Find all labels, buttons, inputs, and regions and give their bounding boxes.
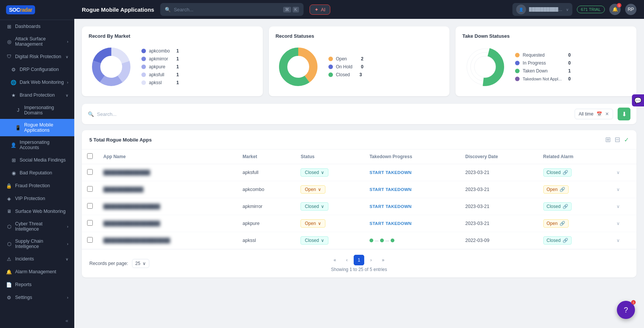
sidebar-item-digital-risk[interactable]: 🛡 Digital Risk Protection ∨ [0,50,74,63]
sidebar-item-vip-protection[interactable]: ◈ VIP Protection [0,192,74,205]
alarm-closed-badge-3[interactable]: Closed 🔗 [543,202,572,211]
sidebar-item-alarm-mgmt[interactable]: 🔔 Alarm Management [0,265,74,278]
row-3-takedown[interactable]: START TAKEDOWN [364,198,460,215]
sidebar-item-drp-config[interactable]: ⚙ DRP Configuration [0,63,74,76]
row-4-checkbox-cell[interactable] [82,215,98,232]
row-1-alarm[interactable]: Closed 🔗 [538,164,612,181]
export-button[interactable]: ⬇ [618,108,630,120]
page-1-button[interactable]: 1 [354,255,364,265]
row-4-alarm[interactable]: Open 🔗 [538,215,612,232]
expand-icon-4[interactable]: ∨ [616,221,620,226]
last-page-button[interactable]: » [378,255,388,265]
first-page-button[interactable]: « [330,255,340,265]
row-4-takedown[interactable]: START TAKEDOWN [364,215,460,232]
sidebar-item-settings[interactable]: ⚙ Settings › [0,291,74,304]
sidebar-item-attack-surface[interactable]: ◎ Attack Surface Management › [0,33,74,50]
notifications-button[interactable]: 1 🔔 [609,4,621,15]
row-5-alarm[interactable]: Closed 🔗 [538,232,612,249]
status-closed-badge-3[interactable]: Closed ∨ [301,202,328,211]
grid-view-button[interactable]: ⊞ [605,136,611,144]
chat-fab-button[interactable]: 1 ? [617,301,635,319]
row-3-checkbox-cell[interactable] [82,198,98,215]
row-2-status[interactable]: Open ∨ [295,181,364,198]
row-1-checkbox[interactable] [87,169,93,175]
start-takedown-link-4[interactable]: START TAKEDOWN [370,221,412,226]
user-menu-button[interactable]: RP [625,4,636,15]
sidebar-item-dark-web[interactable]: 🌐 Dark Web Monitoring › [0,76,74,89]
sidebar-item-incidents[interactable]: ⚠ Incidents ∨ [0,253,74,265]
table-search-input[interactable] [97,111,570,117]
start-takedown-link-1[interactable]: START TAKEDOWN [370,170,412,175]
sidebar-item-supply-chain[interactable]: ⬡ Supply Chain Intelligence › [0,235,74,253]
start-takedown-link-2[interactable]: START TAKEDOWN [370,187,412,192]
search-input[interactable] [174,7,280,12]
expand-icon-2[interactable]: ∨ [616,187,620,192]
sidebar-item-impersonating-accounts[interactable]: 👤 Impersonating Accounts [0,136,74,154]
row-4-expand[interactable]: ∨ [611,215,636,232]
row-2-alarm[interactable]: Open 🔗 [538,181,612,198]
sidebar-item-impersonating-domains[interactable]: J Impersonating Domains [0,102,74,119]
list-view-button[interactable]: ⊟ [615,136,620,144]
status-closed-badge[interactable]: Closed ∨ [301,168,328,177]
chevron-down-icon: ∨ [66,55,68,59]
row-5-checkbox-cell[interactable] [82,232,98,249]
status-open-badge-4[interactable]: Open ∨ [301,219,325,228]
sidebar-item-fraud-protection[interactable]: 🔒 Fraud Protection [0,179,74,192]
check-view-button[interactable]: ✓ [624,136,629,143]
row-2-takedown[interactable]: START TAKEDOWN [364,181,460,198]
chat-panel-button[interactable]: 💬 [632,94,644,106]
search-icon: 🔍 [165,7,171,12]
alarm-closed-badge-1[interactable]: Closed 🔗 [543,168,572,177]
status-closed-badge-5[interactable]: Closed ∨ [301,236,328,245]
sidebar-item-cyber-threat[interactable]: ⬡ Cyber Threat Intelligence › [0,218,74,235]
row-4-checkbox[interactable] [87,220,93,226]
select-all-header[interactable] [82,149,98,164]
alarm-closed-badge-5[interactable]: Closed 🔗 [543,236,572,245]
collapse-icon: « [66,318,68,323]
sidebar-item-surface-web[interactable]: 🖥 Surface Web Monitoring [0,205,74,218]
row-1-expand[interactable]: ∨ [611,164,636,181]
user-dropdown-arrow: ∨ [566,8,569,12]
row-1-status[interactable]: Closed ∨ [295,164,364,181]
row-3-checkbox[interactable] [87,203,93,209]
per-page-select[interactable]: 25 ∨ [132,259,149,268]
row-1-takedown[interactable]: START TAKEDOWN [364,164,460,181]
start-takedown-link-3[interactable]: START TAKEDOWN [370,204,412,209]
trial-badge[interactable]: 671 TRIAL [577,6,605,13]
expand-icon-1[interactable]: ∨ [616,170,620,175]
row-2-expand[interactable]: ∨ [611,181,636,198]
ai-button[interactable]: ✦ AI [310,5,330,15]
sidebar-item-reports[interactable]: 📄 Reports [0,278,74,291]
logo[interactable]: SOCradar [0,0,74,20]
user-profile[interactable]: 👤 ████████████ ∨ [512,3,572,16]
row-3-alarm[interactable]: Closed 🔗 [538,198,612,215]
expand-icon-3[interactable]: ∨ [616,204,620,209]
row-3-expand[interactable]: ∨ [611,198,636,215]
row-4-status[interactable]: Open ∨ [295,215,364,232]
sidebar-item-bad-reputation[interactable]: ◉ Bad Reputation [0,166,74,179]
expand-icon-5[interactable]: ∨ [616,238,620,243]
alarm-open-badge-4[interactable]: Open 🔗 [543,219,569,228]
row-1-checkbox-cell[interactable] [82,164,98,181]
sidebar-item-social-media[interactable]: ⊞ Social Media Findings [0,154,74,166]
select-all-checkbox[interactable] [87,153,93,159]
clear-time-icon[interactable]: ✕ [605,111,609,117]
row-5-status[interactable]: Closed ∨ [295,232,364,249]
prev-page-button[interactable]: ‹ [342,255,352,265]
row-5-expand[interactable]: ∨ [611,232,636,249]
row-2-checkbox[interactable] [87,186,93,192]
sidebar-collapse-button[interactable]: « [0,313,74,328]
alarm-open-badge-2[interactable]: Open 🔗 [543,185,569,194]
time-filter[interactable]: All time 📅 ✕ [575,109,613,119]
download-icon: ⬇ [622,111,627,118]
sidebar-item-rogue-mobile[interactable]: 📱 Rogue Mobile Applications [0,119,74,136]
sidebar-item-brand-protection[interactable]: ★ Brand Protection ∨ [0,89,74,102]
row-3-status[interactable]: Closed ∨ [295,198,364,215]
table-search[interactable]: 🔍 [88,111,570,117]
row-5-checkbox[interactable] [87,237,93,243]
row-2-checkbox-cell[interactable] [82,181,98,198]
status-open-badge-2[interactable]: Open ∨ [301,185,325,194]
sidebar-item-dashboards[interactable]: ⊞ Dashboards [0,20,74,33]
next-page-button[interactable]: › [366,255,376,265]
global-search[interactable]: 🔍 ⌘ K [160,3,304,16]
